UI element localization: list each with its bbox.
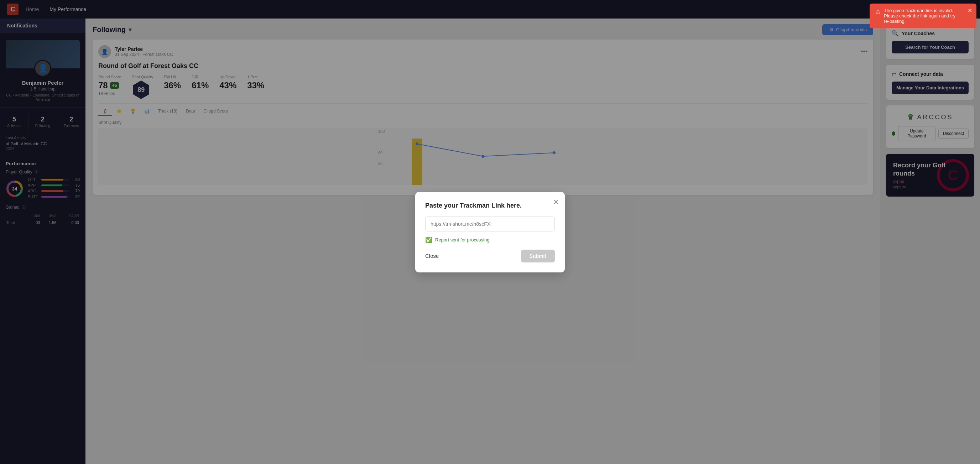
modal-success-message: ✅ Report sent for processing [425,237,555,243]
modal-close-button[interactable]: Close [425,253,439,259]
success-check-icon: ✅ [425,237,432,243]
modal-title: Paste your Trackman Link here. [425,202,555,210]
modal-actions: Close Submit [425,249,555,262]
success-text: Report sent for processing [435,237,489,243]
modal-overlay: Paste your Trackman Link here. ✕ ✅ Repor… [0,0,980,464]
toast-warning-icon: ⚠ [875,8,880,15]
modal-submit-button[interactable]: Submit [521,249,555,262]
trackman-modal: Paste your Trackman Link here. ✕ ✅ Repor… [415,192,565,272]
trackman-link-input[interactable] [425,216,555,232]
toast-close-icon[interactable]: ✕ [967,7,972,14]
modal-close-icon[interactable]: ✕ [553,198,559,206]
toast-message: The given trackman link is invalid. Plea… [884,8,962,24]
error-toast: ⚠ The given trackman link is invalid. Pl… [870,3,977,28]
